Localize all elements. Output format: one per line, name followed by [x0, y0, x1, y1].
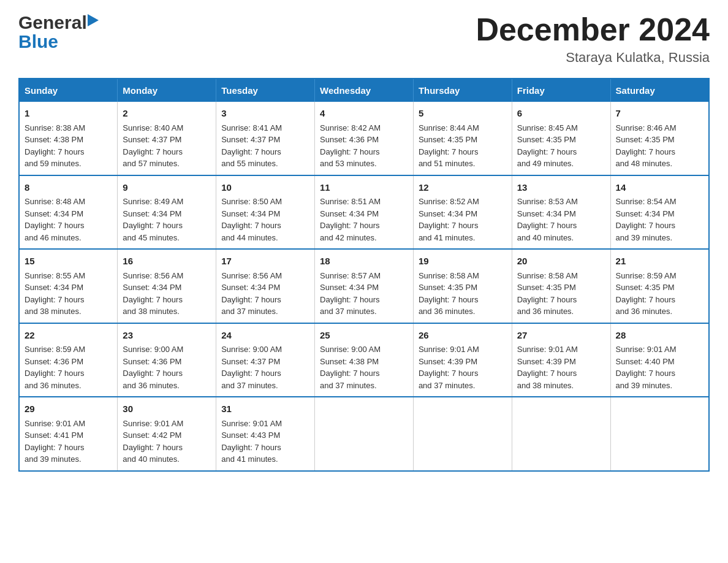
sunrise-info: Sunrise: 9:00 AM	[221, 345, 282, 354]
daylight-info: Daylight: 7 hours	[221, 295, 281, 304]
sunset-info: Sunset: 4:35 PM	[517, 135, 576, 144]
day-number: 21	[616, 255, 703, 269]
calendar-cell: 22 Sunrise: 8:59 AM Sunset: 4:36 PM Dayl…	[19, 323, 118, 397]
day-number: 18	[320, 255, 408, 269]
daylight-info2: and 45 minutes.	[123, 233, 180, 242]
daylight-info: Daylight: 7 hours	[616, 295, 676, 304]
sunset-info: Sunset: 4:35 PM	[419, 135, 477, 144]
day-number: 5	[419, 107, 507, 121]
calendar-week-row: 1 Sunrise: 8:38 AM Sunset: 4:38 PM Dayli…	[19, 102, 709, 175]
sunrise-info: Sunrise: 8:51 AM	[320, 197, 381, 206]
daylight-info: Daylight: 7 hours	[123, 295, 183, 304]
day-number: 20	[517, 255, 605, 269]
daylight-info2: and 41 minutes.	[221, 454, 278, 464]
sunrise-info: Sunrise: 9:01 AM	[616, 345, 677, 354]
daylight-info: Daylight: 7 hours	[221, 147, 281, 156]
sunrise-info: Sunrise: 8:58 AM	[419, 271, 479, 280]
daylight-info: Daylight: 7 hours	[123, 147, 183, 156]
sunset-info: Sunset: 4:43 PM	[221, 431, 280, 440]
calendar-cell: 10 Sunrise: 8:50 AM Sunset: 4:34 PM Dayl…	[216, 175, 315, 250]
sunrise-info: Sunrise: 9:01 AM	[221, 419, 282, 428]
daylight-info: Daylight: 7 hours	[517, 295, 577, 304]
calendar-cell: 28 Sunrise: 9:01 AM Sunset: 4:40 PM Dayl…	[610, 323, 709, 397]
calendar-cell: 26 Sunrise: 9:01 AM Sunset: 4:39 PM Dayl…	[413, 323, 512, 397]
daylight-info: Daylight: 7 hours	[25, 221, 85, 230]
sunrise-info: Sunrise: 8:40 AM	[123, 123, 183, 132]
sunrise-info: Sunrise: 9:01 AM	[123, 419, 183, 428]
calendar-cell: 21 Sunrise: 8:59 AM Sunset: 4:35 PM Dayl…	[610, 249, 709, 323]
daylight-info2: and 38 minutes.	[25, 307, 82, 316]
sunset-info: Sunset: 4:39 PM	[419, 357, 477, 366]
daylight-info2: and 38 minutes.	[123, 307, 180, 316]
day-number: 28	[616, 329, 703, 343]
calendar-header-thursday: Thursday	[413, 79, 512, 102]
sunset-info: Sunset: 4:38 PM	[25, 135, 83, 144]
calendar-cell: 3 Sunrise: 8:41 AM Sunset: 4:37 PM Dayli…	[216, 102, 315, 175]
sunrise-info: Sunrise: 9:00 AM	[123, 345, 183, 354]
daylight-info: Daylight: 7 hours	[25, 295, 85, 304]
calendar-header-monday: Monday	[118, 79, 216, 102]
daylight-info2: and 37 minutes.	[320, 381, 377, 390]
daylight-info2: and 40 minutes.	[517, 233, 574, 242]
svg-marker-0	[88, 14, 99, 26]
daylight-info2: and 51 minutes.	[419, 159, 476, 168]
calendar-week-row: 8 Sunrise: 8:48 AM Sunset: 4:34 PM Dayli…	[19, 175, 709, 250]
calendar-cell: 8 Sunrise: 8:48 AM Sunset: 4:34 PM Dayli…	[19, 175, 118, 250]
daylight-info: Daylight: 7 hours	[320, 369, 380, 378]
daylight-info2: and 55 minutes.	[221, 159, 278, 168]
calendar-cell: 18 Sunrise: 8:57 AM Sunset: 4:34 PM Dayl…	[315, 249, 414, 323]
day-number: 23	[123, 329, 211, 343]
day-number: 14	[616, 181, 703, 195]
sunrise-info: Sunrise: 8:44 AM	[419, 123, 479, 132]
calendar-cell: 6 Sunrise: 8:45 AM Sunset: 4:35 PM Dayli…	[512, 102, 610, 175]
sunrise-info: Sunrise: 8:55 AM	[25, 271, 85, 280]
calendar-cell: 24 Sunrise: 9:00 AM Sunset: 4:37 PM Dayl…	[216, 323, 315, 397]
calendar-cell: 19 Sunrise: 8:58 AM Sunset: 4:35 PM Dayl…	[413, 249, 512, 323]
daylight-info: Daylight: 7 hours	[123, 443, 183, 452]
daylight-info: Daylight: 7 hours	[221, 221, 281, 230]
sunset-info: Sunset: 4:34 PM	[25, 209, 83, 218]
day-number: 29	[25, 402, 112, 416]
sunset-info: Sunset: 4:34 PM	[221, 209, 280, 218]
calendar-week-row: 22 Sunrise: 8:59 AM Sunset: 4:36 PM Dayl…	[19, 323, 709, 397]
sunset-info: Sunset: 4:37 PM	[123, 135, 181, 144]
daylight-info2: and 39 minutes.	[616, 381, 673, 390]
calendar-cell: 5 Sunrise: 8:44 AM Sunset: 4:35 PM Dayli…	[413, 102, 512, 175]
sunset-info: Sunset: 4:37 PM	[221, 135, 280, 144]
calendar-header-wednesday: Wednesday	[315, 79, 414, 102]
sunrise-info: Sunrise: 8:52 AM	[419, 197, 479, 206]
daylight-info: Daylight: 7 hours	[320, 221, 380, 230]
sunrise-info: Sunrise: 8:59 AM	[25, 345, 85, 354]
daylight-info2: and 36 minutes.	[517, 307, 574, 316]
daylight-info: Daylight: 7 hours	[221, 369, 281, 378]
daylight-info: Daylight: 7 hours	[25, 147, 85, 156]
daylight-info: Daylight: 7 hours	[320, 147, 380, 156]
calendar-header-saturday: Saturday	[610, 79, 709, 102]
sunrise-info: Sunrise: 9:01 AM	[25, 419, 85, 428]
daylight-info: Daylight: 7 hours	[123, 221, 183, 230]
daylight-info2: and 37 minutes.	[221, 307, 278, 316]
sunset-info: Sunset: 4:34 PM	[419, 209, 477, 218]
calendar-table: SundayMondayTuesdayWednesdayThursdayFrid…	[18, 78, 710, 472]
day-number: 9	[123, 181, 211, 195]
calendar-cell	[413, 397, 512, 471]
daylight-info2: and 37 minutes.	[320, 307, 377, 316]
day-number: 26	[419, 329, 507, 343]
sunset-info: Sunset: 4:40 PM	[616, 357, 675, 366]
sunset-info: Sunset: 4:35 PM	[616, 283, 675, 292]
sunset-info: Sunset: 4:35 PM	[419, 283, 477, 292]
calendar-header-tuesday: Tuesday	[216, 79, 315, 102]
day-number: 13	[517, 181, 605, 195]
calendar-cell: 7 Sunrise: 8:46 AM Sunset: 4:35 PM Dayli…	[610, 102, 709, 175]
daylight-info2: and 53 minutes.	[320, 159, 377, 168]
sunset-info: Sunset: 4:35 PM	[616, 135, 675, 144]
daylight-info2: and 37 minutes.	[221, 381, 278, 390]
calendar-cell: 30 Sunrise: 9:01 AM Sunset: 4:42 PM Dayl…	[118, 397, 216, 471]
calendar-cell: 31 Sunrise: 9:01 AM Sunset: 4:43 PM Dayl…	[216, 397, 315, 471]
sunset-info: Sunset: 4:34 PM	[320, 283, 379, 292]
daylight-info: Daylight: 7 hours	[517, 221, 577, 230]
sunrise-info: Sunrise: 8:56 AM	[123, 271, 183, 280]
day-number: 24	[221, 329, 309, 343]
daylight-info2: and 36 minutes.	[25, 381, 82, 390]
calendar-cell: 20 Sunrise: 8:58 AM Sunset: 4:35 PM Dayl…	[512, 249, 610, 323]
